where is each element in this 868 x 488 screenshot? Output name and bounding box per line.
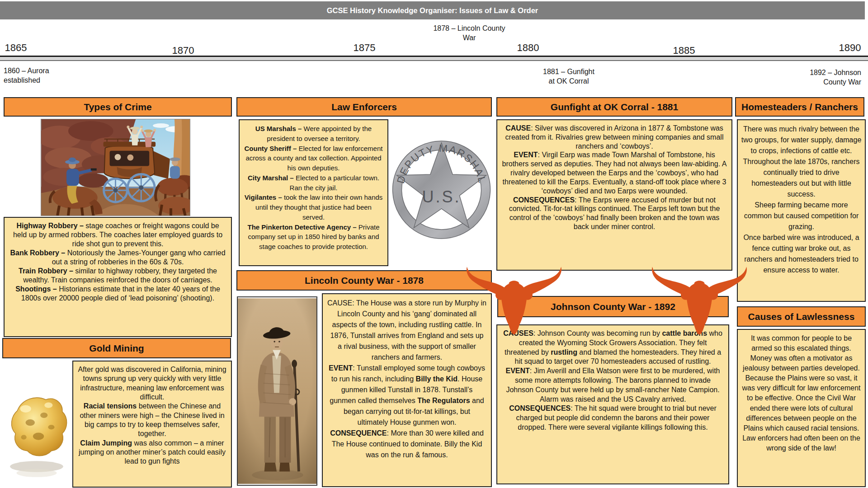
longhorn-left-icon [460,259,568,343]
deputy-marshal-badge-image: DEPUTY MARSHAL U.S. [388,121,495,255]
gold-nugget-image [4,383,71,482]
paragraph: US Marshals – Were appointed by the pres… [244,124,383,144]
title-bar: GCSE History Knowledge Organiser: Issues… [0,1,865,19]
paragraph: Because the Plains were so vast, it was … [741,373,862,453]
types-of-crime-text-box: Highway Robbery – stage coaches or freig… [4,217,232,337]
section-header-homesteaders-ranchers: Homesteaders / Ranchers [735,97,864,117]
timeline-year-1870: 1870 [172,45,194,56]
ok-corral-text-box: CAUSE: Silver was discovered in Arizona … [496,119,732,271]
badge-center-text: U.S. [422,188,461,206]
paragraph: Highway Robbery – stage coaches or freig… [9,221,226,249]
section-header-law-enforcers: Law Enforcers [236,97,492,117]
paragraph: It was common for people to be armed so … [741,333,862,373]
billy-the-kid-image [237,296,317,486]
paragraph: CAUSE: Silver was discovered in Arizona … [502,124,727,150]
paragraph: City Marshal – Elected to a particular t… [244,173,383,193]
gold-nugget-illustration [4,383,71,482]
paragraph: CONSEQUENCES: The hit squad were brought… [502,404,724,432]
timeline-bar [0,56,868,61]
paragraph: Claim Jumping was also common – a miner … [78,439,226,466]
paragraph: The Pinkerton Detective Agency – Private… [244,222,383,252]
timeline-year-1865: 1865 [5,42,27,54]
paragraph: After gold was discovered in California,… [78,365,226,402]
paragraph: CONSEQUENCE: More than 30 were killed an… [327,428,486,460]
section-header-types-of-crime: Types of Crime [4,97,232,117]
law-enforcers-text-box: US Marshals – Were appointed by the pres… [239,119,388,266]
timeline-year-1875: 1875 [354,42,376,54]
billy-the-kid-illustration [238,297,316,485]
section-header-causes-of-lawlessness: Causes of Lawlessness [737,306,866,327]
johnson-county-war-text-box: CAUSES: Johnson County was becoming run … [496,324,729,484]
paragraph: EVENT: Virgil Earp was made Town Marshal… [502,150,727,195]
paragraph: There was much rivalry between the two g… [741,124,862,156]
stagecoach-robbery-image [41,119,190,216]
timeline-year-1880: 1880 [517,42,539,54]
timeline-year-1885: 1885 [673,45,695,56]
paragraph: Vigilantes – took the law into their own… [244,192,383,222]
paragraph: Shootings – Historians estimate that in … [9,285,226,303]
paragraph: Racial tensions between the Chinese and … [78,402,226,438]
paragraph: EVENT: Jim Averill and Ella Watson were … [502,366,724,404]
paragraph: Train Robbery – similar to highway robbe… [9,267,226,285]
timeline-event-aurora: 1860 – Aurora established [4,66,49,85]
causes-of-lawlessness-text-box: It was common for people to be armed so … [737,329,866,487]
paragraph: Sheep farming became more common but cau… [741,200,862,232]
paragraph: Throughout the late 1870s, ranchers cont… [741,156,862,200]
homesteaders-ranchers-text-box: There was much rivalry between the two g… [737,119,866,302]
paragraph: CONSEQUENCES: The Earps were accused of … [502,196,727,231]
longhorn-right-icon [646,259,753,343]
gold-mining-text-box: After gold was discovered in California,… [72,361,232,488]
section-header-gold-mining: Gold Mining [2,338,231,358]
timeline-year-1890: 1890 [839,42,861,54]
paragraph: County Sheriff – Elected for law enforce… [244,144,383,173]
stagecoach-illustration [41,119,190,216]
section-header-lincoln-county-war: Lincoln County War - 1878 [236,270,492,291]
paragraph: Once barbed wire was introduced, a fence… [741,232,862,276]
paragraph: Bank Robbery – Notoriously the James-You… [9,249,226,267]
timeline-event-ok-corral: 1881 – Gunfight at OK Corral [543,67,594,86]
timeline-event-lincoln-war: 1878 – Lincoln County War [433,23,505,42]
paragraph: EVENT: Tunstall employed some tough cowb… [327,363,486,428]
section-header-ok-corral: Gunfight at OK Corral - 1881 [496,97,732,117]
page-title: GCSE History Knowledge Organiser: Issues… [327,6,538,15]
deputy-marshal-badge-illustration: DEPUTY MARSHAL U.S. [388,121,495,255]
timeline-event-johnson-war: 1892 – Johnson County War [810,68,861,87]
